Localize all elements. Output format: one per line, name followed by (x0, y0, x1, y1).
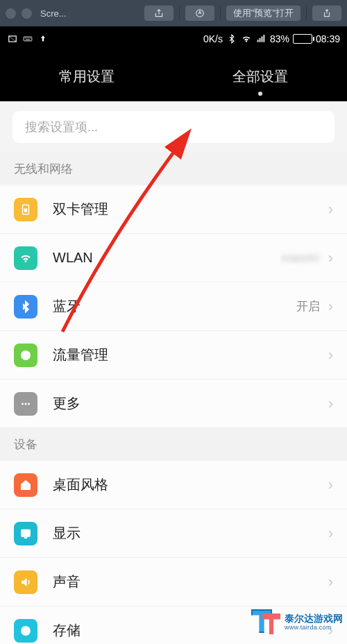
keyboard-icon (22, 34, 33, 44)
wifi-icon (14, 246, 37, 270)
close-window-icon[interactable] (6, 8, 16, 19)
battery-icon (293, 34, 312, 44)
home-icon (14, 473, 37, 497)
item-label: 显示 (53, 524, 328, 543)
item-label: 流量管理 (53, 346, 328, 364)
svg-rect-11 (263, 35, 264, 42)
wifi-status-icon (241, 34, 252, 44)
watermark-en: www.tairda.com (285, 625, 343, 632)
chevron-right-icon: › (328, 346, 333, 364)
item-label: WLAN (53, 250, 282, 266)
upload-icon (37, 34, 49, 44)
settings-item-display[interactable]: 显示 › (0, 509, 347, 558)
svg-point-6 (30, 37, 31, 38)
bluetooth-status-icon (226, 34, 237, 44)
section-header-device: 设备 (0, 428, 347, 461)
sound-icon (14, 570, 37, 594)
svg-point-5 (28, 37, 29, 38)
item-value: xiaomi (282, 251, 320, 265)
svg-point-17 (28, 402, 30, 405)
settings-header: 常用设置 全部设置 (0, 51, 347, 101)
chevron-right-icon: › (328, 298, 333, 316)
item-value: 开启 (296, 298, 320, 314)
network-speed: 0K/s (203, 33, 223, 44)
toolbar-divider (179, 6, 180, 20)
svg-rect-9 (260, 38, 261, 42)
status-time: 08:39 (316, 33, 340, 44)
settings-item-bluetooth[interactable]: 蓝牙 开启 › (0, 282, 347, 331)
chevron-right-icon: › (328, 249, 333, 267)
watermark: 泰尔达游戏网 www.tairda.com (251, 609, 343, 636)
share-button[interactable] (144, 6, 174, 21)
storage-icon (14, 619, 37, 643)
display-icon (14, 522, 37, 545)
phone-screen: 0K/s 83% 08:39 常用设置 全部设置 无线和网络 双卡管理 › WL… (0, 26, 347, 644)
screenshot-icon (7, 34, 18, 44)
svg-rect-18 (22, 529, 30, 536)
svg-rect-8 (257, 40, 259, 42)
toolbar-divider (306, 6, 307, 20)
search-input[interactable] (12, 111, 335, 143)
settings-item-dual-sim[interactable]: 双卡管理 › (0, 185, 347, 234)
minimize-window-icon[interactable] (22, 8, 32, 19)
tab-common-settings[interactable]: 常用设置 (45, 60, 128, 93)
search-container (0, 101, 347, 153)
svg-rect-7 (26, 40, 30, 40)
export-button[interactable] (312, 6, 341, 21)
svg-rect-10 (262, 37, 263, 42)
watermark-logo-icon (251, 609, 282, 636)
item-label: 更多 (53, 394, 328, 413)
svg-rect-13 (24, 208, 28, 212)
svg-point-15 (22, 402, 24, 405)
open-preview-button[interactable]: 使用"预览"打开 (226, 6, 301, 21)
markup-button[interactable] (185, 6, 214, 21)
mac-toolbar: Scre... 使用"预览"打开 (0, 0, 347, 26)
item-label: 双卡管理 (53, 200, 328, 219)
settings-item-more[interactable]: 更多 › (0, 380, 347, 428)
toolbar-divider (220, 6, 221, 20)
svg-rect-2 (24, 37, 32, 41)
chevron-right-icon: › (328, 395, 333, 413)
data-icon (14, 344, 37, 367)
more-icon (14, 392, 37, 416)
section-header-wireless: 无线和网络 (0, 153, 347, 185)
item-label: 声音 (53, 573, 328, 591)
item-label: 蓝牙 (53, 297, 296, 316)
settings-item-wlan[interactable]: WLAN xiaomi › (0, 234, 347, 282)
signal-icon (255, 34, 266, 44)
bluetooth-icon (14, 295, 37, 319)
chevron-right-icon: › (328, 525, 333, 543)
svg-point-3 (25, 37, 26, 38)
svg-point-4 (26, 37, 27, 38)
chevron-right-icon: › (328, 573, 333, 591)
watermark-cn: 泰尔达游戏网 (285, 613, 343, 624)
tab-all-settings[interactable]: 全部设置 (219, 60, 302, 93)
item-label: 桌面风格 (53, 475, 328, 494)
chevron-right-icon: › (328, 201, 333, 219)
window-title: Scre... (40, 8, 139, 19)
battery-percent: 83% (270, 33, 289, 44)
chevron-right-icon: › (328, 476, 333, 494)
sim-icon (14, 198, 37, 221)
settings-item-sound[interactable]: 声音 › (0, 558, 347, 607)
settings-item-home-style[interactable]: 桌面风格 › (0, 461, 347, 509)
svg-point-16 (25, 402, 27, 405)
android-status-bar: 0K/s 83% 08:39 (0, 26, 347, 51)
settings-item-data-usage[interactable]: 流量管理 › (0, 331, 347, 380)
